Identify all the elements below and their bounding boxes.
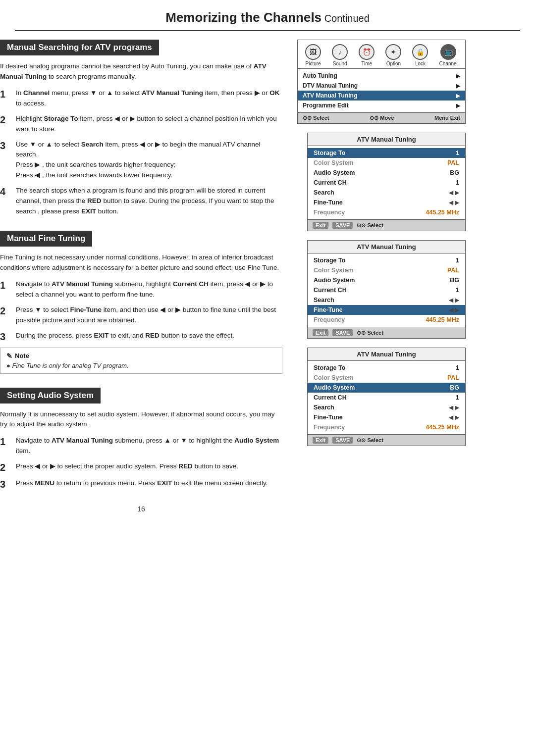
- atv-value: 1: [456, 150, 459, 156]
- menu-row-prog-edit: Programme Edit ▶: [298, 101, 465, 110]
- atv-row-ch-2: Current CH 1: [308, 285, 465, 295]
- page-number: 16: [0, 505, 282, 523]
- atv-value: BG: [450, 277, 459, 284]
- row-label: ATV Manual Tuning: [303, 92, 357, 99]
- btn-save: SAVE: [332, 222, 353, 229]
- step-number: 1: [0, 436, 11, 448]
- step-number: 1: [0, 88, 11, 100]
- atv-label: Current CH: [314, 394, 347, 401]
- footer-select: ⊙⊙ Select: [357, 222, 383, 229]
- atv-row-ch-1: Current CH 1: [308, 178, 465, 188]
- atv-row-storage-1: Storage To 1: [308, 148, 465, 158]
- picture-icon: 🖼: [305, 44, 321, 60]
- steps-list-1: 1 In Channel menu, press ▼ or ▲ to selec…: [0, 88, 282, 217]
- atv-value: 1: [456, 179, 459, 186]
- atv-arrows: ◀ ▶: [449, 306, 459, 313]
- section-header-1: Manual Searching for ATV programs: [0, 40, 159, 55]
- atv-rows-1: Storage To 1 Color System PAL Audio Syst…: [308, 146, 465, 219]
- atv-panel-title-3: ATV Manual Tuning: [308, 348, 465, 361]
- atv-row-audio-2: Audio System BG: [308, 275, 465, 285]
- step-2-2: 2 Press ▼ to select Fine-Tune item, and …: [0, 305, 282, 326]
- title-text: Memorizing the Channels: [165, 10, 321, 25]
- atv-row-finetune-2: Fine-Tune ◀ ▶: [308, 305, 465, 315]
- atv-row-search-2: Search ◀ ▶: [308, 295, 465, 305]
- step-number: 2: [0, 305, 11, 317]
- footer-select: ⊙⊙ Select: [357, 437, 383, 444]
- row-label: DTV Manual Tuning: [303, 82, 358, 89]
- atv-label: Storage To: [314, 150, 345, 156]
- step-text: Press MENU to return to previous menu. P…: [16, 478, 268, 489]
- page-title: Memorizing the Channels Continued: [15, 10, 520, 31]
- sound-icon: ♪: [332, 44, 348, 60]
- atv-arrows: ◀ ▶: [449, 189, 459, 196]
- title-suffix: Continued: [321, 13, 370, 24]
- step-2-3: 3 During the process, press EXIT to exit…: [0, 331, 282, 343]
- step-text: The search stops when a program is found…: [16, 186, 282, 217]
- atv-row-search-3: Search ◀ ▶: [308, 403, 465, 412]
- btn-save: SAVE: [332, 437, 353, 444]
- btn-exit: Exit: [313, 437, 328, 444]
- footer-select: ⊙⊙ Select: [303, 115, 329, 121]
- atv-row-finetune-1: Fine-Tune ◀ ▶: [308, 198, 465, 207]
- step-1-1: 1 In Channel menu, press ▼ or ▲ to selec…: [0, 88, 282, 109]
- atv-arrows: ◀ ▶: [449, 414, 459, 421]
- note-label: Note: [15, 352, 29, 359]
- atv-value: PAL: [447, 159, 459, 166]
- atv-rows-3: Storage To 1 Color System PAL Audio Syst…: [308, 361, 465, 434]
- icon-label-time: Time: [361, 61, 372, 66]
- step-3-3: 3 Press MENU to return to previous menu.…: [0, 478, 282, 490]
- step-text: Navigate to ATV Manual Tuning submenu, h…: [16, 279, 282, 300]
- menu-row-atv: ATV Manual Tuning ▶: [298, 91, 465, 101]
- menu-row-auto-tuning: Auto Tuning ▶: [298, 71, 465, 81]
- atv-row-color-3: Color System PAL: [308, 373, 465, 383]
- step-text: Press ▼ to select Fine-Tune item, and th…: [16, 305, 282, 326]
- step-1-2: 2 Highlight Storage To item, press ◀ or …: [0, 114, 282, 135]
- atv-row-freq-2: Frequency 445.25 MHz: [308, 315, 465, 325]
- atv-footer-2: Exit SAVE ⊙⊙ Select: [308, 327, 465, 338]
- atv-footer-1: Exit SAVE ⊙⊙ Select: [308, 219, 465, 231]
- steps-list-3: 1 Navigate to ATV Manual Tuning submenu,…: [0, 436, 282, 490]
- atv-row-storage-3: Storage To 1: [308, 363, 465, 373]
- tv-menu-panel: 🖼 Picture ♪ Sound ⏰ Time ✦ Option: [297, 40, 466, 124]
- atv-row-finetune-3: Fine-Tune ◀ ▶: [308, 412, 465, 422]
- atv-label: Frequency: [314, 316, 345, 323]
- atv-panel-title-2: ATV Manual Tuning: [308, 241, 465, 253]
- step-number: 3: [0, 478, 11, 490]
- section-header-2: Manual Fine Tuning: [0, 231, 92, 247]
- atv-panel-3: ATV Manual Tuning Storage To 1 Color Sys…: [307, 348, 466, 446]
- atv-arrows: ◀ ▶: [449, 404, 459, 411]
- atv-label: Audio System: [314, 169, 355, 176]
- step-text: Highlight Storage To item, press ◀ or ▶ …: [16, 114, 282, 135]
- atv-value: 1: [456, 287, 459, 294]
- note-header: ✎ Note: [6, 352, 276, 360]
- step-3-2: 2 Press ◀ or ▶ to select the proper audi…: [0, 461, 282, 473]
- atv-row-ch-3: Current CH 1: [308, 393, 465, 403]
- atv-label: Storage To: [314, 257, 345, 264]
- section-manual-searching: Manual Searching for ATV programs If des…: [0, 40, 282, 217]
- step-number: 3: [0, 140, 11, 151]
- note-icon: ✎: [6, 352, 12, 360]
- channel-icon: 📺: [440, 44, 456, 60]
- atv-label: Fine-Tune: [314, 414, 343, 421]
- footer-select: ⊙⊙ Select: [357, 330, 383, 336]
- section-intro-2: Fine Tuning is not necessary under norma…: [0, 252, 282, 273]
- tv-menu-rows: Auto Tuning ▶ DTV Manual Tuning ▶ ATV Ma…: [298, 69, 465, 112]
- atv-panel-2: ATV Manual Tuning Storage To 1 Color Sys…: [307, 240, 466, 339]
- icon-lock: 🔒 Lock: [412, 44, 428, 66]
- row-label: Auto Tuning: [303, 72, 337, 79]
- atv-label: Color System: [314, 267, 354, 274]
- icon-label-sound: Sound: [333, 61, 347, 66]
- icon-sound: ♪ Sound: [332, 44, 348, 66]
- btn-exit: Exit: [313, 329, 328, 336]
- step-text: During the process, press EXIT to exit, …: [16, 331, 234, 341]
- icon-label-option: Option: [386, 61, 401, 66]
- atv-label: Current CH: [314, 179, 347, 186]
- step-sub: Press ▶ , the unit searches towards high…: [16, 161, 175, 179]
- footer-exit: Menu Exit: [434, 115, 460, 121]
- step-number: 1: [0, 279, 11, 291]
- lock-icon: 🔒: [412, 44, 428, 60]
- step-text: In Channel menu, press ▼ or ▲ to select …: [16, 88, 282, 109]
- icon-option: ✦ Option: [385, 44, 401, 66]
- step-number: 4: [0, 186, 11, 198]
- row-arrow: ▶: [456, 73, 460, 79]
